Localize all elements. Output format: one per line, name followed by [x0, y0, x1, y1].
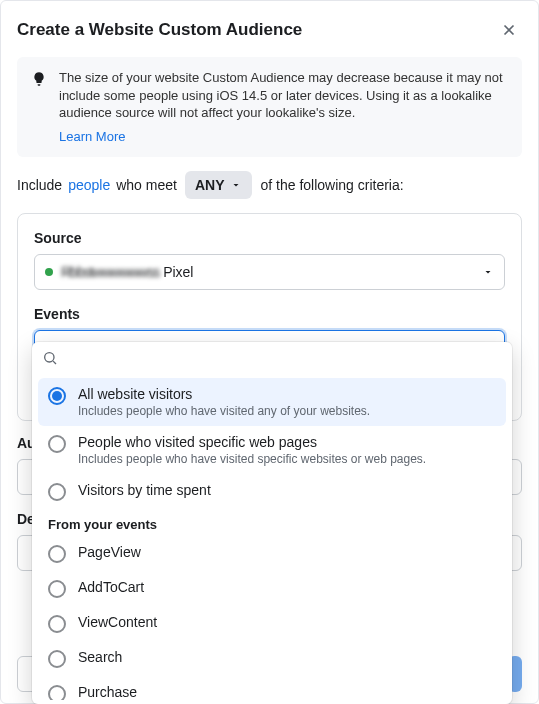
criteria-whomeet: who meet: [116, 177, 177, 193]
source-account-blur: Rbbstwwwwwwss: [61, 264, 159, 280]
criteria-prefix: Include: [17, 177, 62, 193]
source-select[interactable]: Rbbstwwwwwwss Pixel: [34, 254, 505, 290]
dropdown-search[interactable]: [32, 342, 512, 374]
radio-icon: [48, 545, 66, 563]
radio-icon: [48, 650, 66, 668]
source-label: Source: [34, 230, 505, 246]
radio-icon: [48, 387, 66, 405]
any-dropdown[interactable]: ANY: [185, 171, 253, 199]
option-title: Visitors by time spent: [78, 482, 211, 498]
info-notice: The size of your website Custom Audience…: [17, 57, 522, 157]
option-all-website-visitors[interactable]: All website visitors Includes people who…: [38, 378, 506, 426]
close-icon: [500, 21, 518, 39]
option-title: PageView: [78, 544, 141, 560]
learn-more-link[interactable]: Learn More: [59, 128, 125, 146]
option-title: Search: [78, 649, 122, 665]
criteria-row: Include people who meet ANY of the follo…: [1, 171, 538, 213]
close-button[interactable]: [496, 17, 522, 43]
option-addtocart[interactable]: AddToCart: [38, 571, 506, 606]
option-purchase[interactable]: Purchase: [38, 676, 506, 700]
option-pageview[interactable]: PageView: [38, 536, 506, 571]
option-title: All website visitors: [78, 386, 370, 402]
notice-text: The size of your website Custom Audience…: [59, 70, 503, 120]
radio-icon: [48, 483, 66, 501]
lightbulb-icon: [31, 71, 47, 87]
criteria-suffix: of the following criteria:: [260, 177, 403, 193]
svg-point-0: [45, 353, 54, 362]
option-title: Purchase: [78, 684, 137, 700]
option-search[interactable]: Search: [38, 641, 506, 676]
caret-down-icon: [230, 179, 242, 191]
option-time-spent[interactable]: Visitors by time spent: [38, 474, 506, 509]
source-value: Pixel: [163, 264, 193, 280]
option-title: People who visited specific web pages: [78, 434, 426, 450]
option-title: AddToCart: [78, 579, 144, 595]
radio-icon: [48, 615, 66, 633]
status-dot-icon: [45, 268, 53, 276]
option-viewcontent[interactable]: ViewContent: [38, 606, 506, 641]
option-specific-pages[interactable]: People who visited specific web pages In…: [38, 426, 506, 474]
radio-icon: [48, 685, 66, 700]
option-subtitle: Includes people who have visited any of …: [78, 404, 370, 418]
radio-icon: [48, 435, 66, 453]
people-link[interactable]: people: [68, 177, 110, 193]
caret-down-icon: [482, 266, 494, 278]
option-title: ViewContent: [78, 614, 157, 630]
any-label: ANY: [195, 177, 225, 193]
events-dropdown-panel: All website visitors Includes people who…: [32, 342, 512, 704]
option-subtitle: Includes people who have visited specifi…: [78, 452, 426, 466]
dropdown-scroll[interactable]: All website visitors Includes people who…: [32, 374, 512, 700]
modal-title: Create a Website Custom Audience: [17, 20, 302, 40]
events-label: Events: [34, 306, 505, 322]
dropdown-group-label: From your events: [38, 509, 506, 536]
search-icon: [42, 350, 58, 366]
radio-icon: [48, 580, 66, 598]
